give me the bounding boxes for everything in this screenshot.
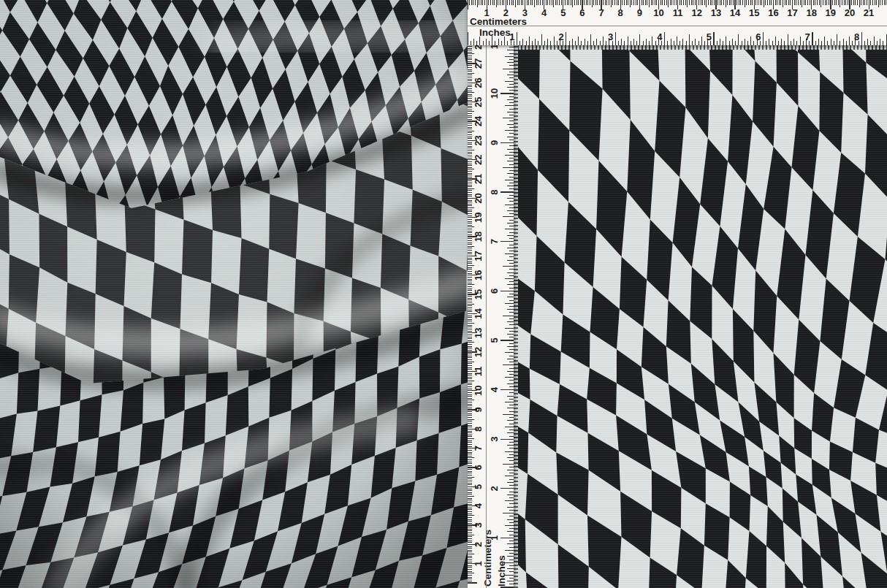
cm-tick-label: 26 bbox=[473, 77, 484, 88]
cm-tick-label: 15 bbox=[749, 7, 759, 18]
cm-tick-label: 3 bbox=[473, 522, 484, 527]
cm-tick-label: 20 bbox=[473, 193, 484, 203]
cm-tick-label: 6 bbox=[579, 7, 585, 18]
inch-scale-label: Inches bbox=[496, 555, 507, 587]
cm-tick-label: 18 bbox=[806, 7, 816, 18]
draped-fabric-render bbox=[0, 0, 468, 588]
cm-tick-label: 6 bbox=[473, 465, 484, 470]
inch-tick-label: 4 bbox=[489, 386, 500, 392]
cm-tick-label: 19 bbox=[473, 212, 484, 222]
cm-tick-label: 11 bbox=[673, 7, 683, 18]
fabric-selvage-top-edge bbox=[514, 45, 887, 50]
cm-tick-label: 5 bbox=[473, 484, 484, 489]
flat-fabric-render bbox=[514, 45, 887, 588]
cm-tick-label: 14 bbox=[473, 308, 484, 318]
cm-tick-label: 15 bbox=[473, 289, 484, 299]
cm-tick-label: 12 bbox=[473, 347, 484, 357]
inch-tick-label: 8 bbox=[489, 189, 500, 194]
cm-tick-label: 27 bbox=[473, 58, 484, 69]
cm-tick-label: 12 bbox=[692, 7, 702, 18]
fabric-photo-with-rulers: 123456789101112131415161718192021Centime… bbox=[0, 0, 887, 588]
cm-tick-label: 10 bbox=[653, 7, 663, 18]
cm-tick-label: 16 bbox=[473, 270, 484, 280]
cm-tick-label: 4 bbox=[541, 7, 547, 18]
inch-tick-label: 1 bbox=[509, 31, 514, 42]
cm-tick-label: 13 bbox=[711, 7, 721, 18]
inch-tick-label: 2 bbox=[559, 31, 564, 42]
inch-tick-label: 3 bbox=[608, 31, 613, 42]
fabric-selvage-left-edge bbox=[514, 45, 518, 588]
vertical-ruler-render: 1234567891011121314151617181920212223242… bbox=[468, 45, 514, 588]
cm-tick-label: 5 bbox=[560, 7, 566, 18]
cm-tick-label: 9 bbox=[637, 7, 642, 18]
inch-tick-label: 11 bbox=[489, 45, 500, 49]
cm-tick-label: 17 bbox=[787, 7, 797, 18]
cm-tick-label: 28 bbox=[473, 45, 484, 50]
cm-tick-label: 7 bbox=[473, 446, 484, 451]
inch-tick-label: 3 bbox=[489, 437, 500, 442]
cm-tick-label: 25 bbox=[473, 97, 484, 107]
vertical-ruler: 1234567891011121314151617181920212223242… bbox=[468, 45, 514, 588]
cm-tick-label: 11 bbox=[473, 367, 484, 377]
horizontal-ruler-render: 123456789101112131415161718192021Centime… bbox=[468, 0, 887, 45]
cm-tick-label: 20 bbox=[845, 7, 855, 18]
inch-tick-label: 2 bbox=[489, 486, 500, 491]
cm-tick-label: 8 bbox=[618, 7, 623, 18]
inch-tick-label: 4 bbox=[657, 31, 663, 42]
cm-tick-label: 14 bbox=[730, 7, 741, 18]
cm-tick-label: 22 bbox=[473, 154, 484, 164]
cm-tick-label: 10 bbox=[473, 385, 484, 395]
cm-tick-label: 18 bbox=[473, 232, 484, 242]
flat-fabric-swatch bbox=[514, 45, 887, 588]
inch-tick-label: 5 bbox=[707, 31, 712, 42]
cm-tick-label: 4 bbox=[473, 503, 484, 508]
cm-tick-label: 13 bbox=[473, 327, 484, 337]
cm-tick-label: 23 bbox=[473, 135, 484, 145]
inch-tick-label: 7 bbox=[805, 31, 810, 42]
draped-fabric-photo bbox=[0, 0, 468, 588]
inch-tick-label: 7 bbox=[489, 239, 500, 244]
cm-tick-label: 21 bbox=[473, 174, 484, 184]
cm-scale-label: Centimeters bbox=[470, 16, 527, 27]
inch-scale-label: Inches bbox=[479, 27, 511, 38]
inch-tick-label: 9 bbox=[489, 140, 500, 145]
cm-tick-label: 8 bbox=[473, 427, 484, 432]
inch-tick-label: 6 bbox=[755, 31, 761, 42]
cm-tick-label: 17 bbox=[473, 251, 484, 261]
horizontal-ruler: 123456789101112131415161718192021Centime… bbox=[468, 0, 887, 45]
inch-tick-label: 1 bbox=[489, 535, 500, 541]
cm-tick-label: 21 bbox=[864, 7, 874, 18]
inch-tick-label: 5 bbox=[489, 337, 500, 343]
cm-tick-label: 7 bbox=[598, 7, 604, 18]
inch-tick-label: 6 bbox=[489, 289, 500, 294]
inch-tick-label: 10 bbox=[489, 88, 500, 99]
cm-tick-label: 9 bbox=[473, 407, 484, 412]
cm-tick-label: 19 bbox=[826, 7, 836, 18]
inch-tick-label: 8 bbox=[854, 31, 859, 42]
cm-tick-label: 16 bbox=[768, 7, 778, 18]
cm-tick-label: 24 bbox=[473, 115, 484, 126]
